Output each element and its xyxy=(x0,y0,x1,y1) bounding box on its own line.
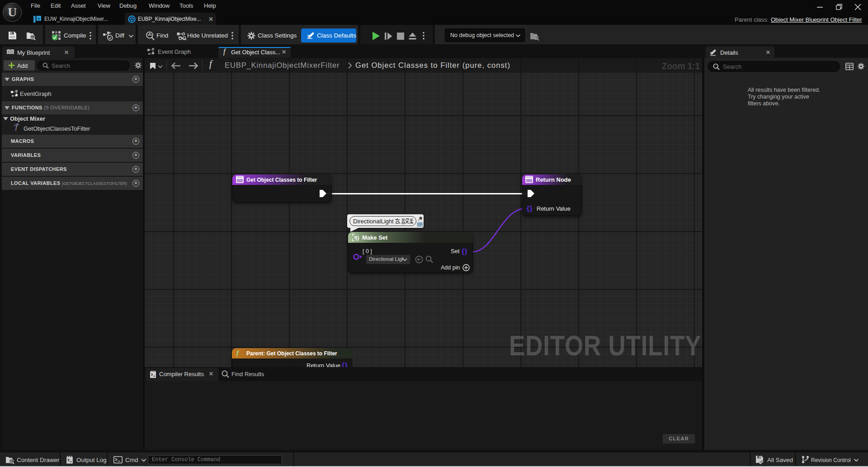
svg-text:{}: {} xyxy=(355,235,359,241)
